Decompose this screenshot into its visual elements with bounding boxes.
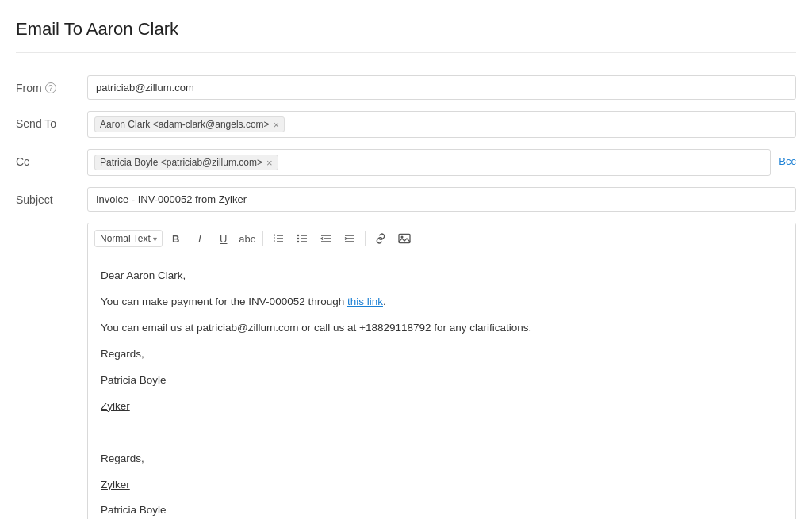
strikethrough-button[interactable]: abc	[237, 228, 258, 249]
editor-wrapper: Normal Text ▾ B I U abc	[87, 223, 796, 519]
editor-row: Normal Text ▾ B I U abc	[16, 223, 796, 519]
editor-body[interactable]: Dear Aaron Clark, You can make payment f…	[88, 254, 795, 519]
editor-line-company2: Zylker	[101, 476, 783, 494]
from-field	[87, 75, 796, 100]
page-title: Email To Aaron Clark	[16, 19, 796, 53]
email-form: From ? Send To Aaron Clark <adam-clark@a…	[16, 75, 796, 519]
underline-button[interactable]: U	[213, 228, 234, 249]
editor-label-spacer	[16, 223, 87, 229]
bcc-link[interactable]: Bcc	[779, 149, 796, 167]
italic-button[interactable]: I	[190, 228, 210, 249]
image-button[interactable]	[394, 228, 415, 249]
indent-decrease-button[interactable]	[316, 228, 336, 249]
payment-link[interactable]: this link	[347, 296, 383, 307]
cc-label: Cc	[16, 149, 87, 168]
from-row: From ?	[16, 75, 796, 100]
subject-row: Subject	[16, 187, 796, 212]
svg-text:3: 3	[274, 239, 276, 243]
svg-point-19	[400, 236, 403, 239]
editor-line-company1: Zylker	[101, 398, 783, 416]
subject-input[interactable]	[87, 187, 796, 212]
text-style-dropdown[interactable]: Normal Text ▾	[94, 230, 163, 247]
editor-line-contact: You can email us at patriciab@zillum.com…	[101, 319, 783, 338]
send-to-field: Aaron Clark <adam-clark@angels.com> ×	[87, 111, 796, 138]
editor-toolbar: Normal Text ▾ B I U abc	[88, 223, 795, 254]
link-button[interactable]	[370, 228, 391, 249]
editor-line-payment: You can make payment for the INV-000052 …	[101, 293, 783, 311]
unordered-list-button[interactable]	[292, 228, 312, 249]
cc-row: Cc Patricia Boyle <patriciab@zillum.com>…	[16, 149, 796, 176]
send-to-label: Send To	[16, 111, 87, 130]
cc-field-wrap: Patricia Boyle <patriciab@zillum.com> ×	[87, 149, 771, 176]
editor-line-regards2: Regards,	[101, 450, 783, 468]
from-input[interactable]	[87, 75, 796, 100]
toolbar-divider-2	[365, 231, 366, 246]
cc-tag: Patricia Boyle <patriciab@zillum.com> ×	[94, 155, 278, 170]
bold-button[interactable]: B	[166, 228, 186, 249]
svg-point-11	[297, 241, 299, 242]
editor-field: Normal Text ▾ B I U abc	[87, 223, 796, 519]
toolbar-divider-1	[262, 231, 263, 246]
send-to-row: Send To Aaron Clark <adam-clark@angels.c…	[16, 111, 796, 138]
from-help-icon[interactable]: ?	[45, 82, 56, 93]
editor-line-name1: Patricia Boyle	[101, 372, 783, 390]
ordered-list-button[interactable]: 1 2 3	[268, 228, 289, 249]
send-to-tag: Aaron Clark <adam-clark@angels.com> ×	[94, 116, 285, 132]
from-label: From ?	[16, 75, 87, 94]
page-container: Email To Aaron Clark From ? Send To Aaro…	[0, 0, 812, 519]
svg-point-9	[297, 235, 299, 236]
editor-line-regards1: Regards,	[101, 345, 783, 364]
editor-line-name2: Patricia Boyle	[101, 502, 783, 519]
dropdown-chevron-icon: ▾	[153, 235, 157, 243]
editor-line-blank	[101, 424, 783, 442]
cc-tag-input[interactable]: Patricia Boyle <patriciab@zillum.com> ×	[87, 149, 771, 176]
svg-point-10	[297, 238, 299, 239]
subject-field	[87, 187, 796, 212]
indent-increase-button[interactable]	[339, 228, 360, 249]
cc-tag-close[interactable]: ×	[266, 158, 273, 168]
editor-line-greeting: Dear Aaron Clark,	[101, 267, 783, 285]
send-to-tag-close[interactable]: ×	[274, 120, 280, 130]
subject-label: Subject	[16, 187, 87, 206]
send-to-tag-input[interactable]: Aaron Clark <adam-clark@angels.com> ×	[87, 111, 796, 138]
